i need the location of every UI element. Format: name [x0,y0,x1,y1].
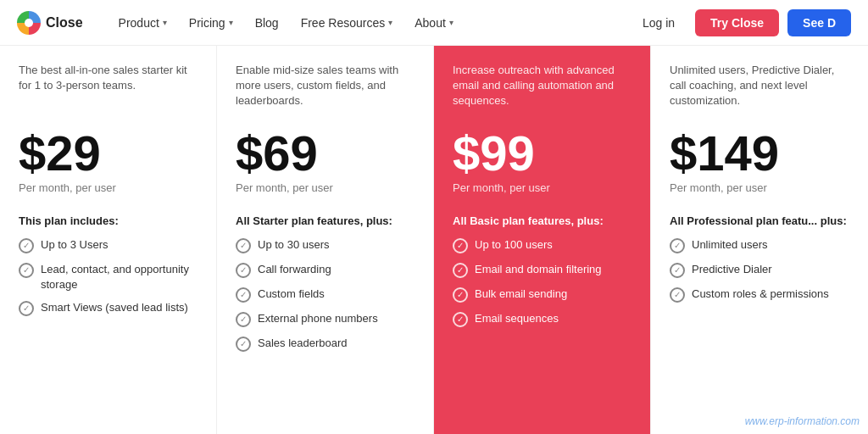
nav-free-resources-label: Free Resources [301,16,386,30]
check-icon: ✓ [453,287,468,303]
plan-description-starter: The best all-in-one sales starter kit fo… [19,63,198,114]
nav-item-pricing[interactable]: Pricing ▾ [179,11,243,35]
check-icon: ✓ [236,337,251,352]
list-item: ✓Custom fields [236,287,415,303]
check-icon: ✓ [453,263,468,278]
feature-text: External phone numbers [258,311,378,326]
try-button[interactable]: Try Close [695,9,779,36]
check-icon: ✓ [453,312,468,327]
list-item: ✓Email and domain filtering [453,262,632,278]
feature-text: Smart Views (saved lead lists) [41,300,188,315]
list-item: ✓External phone numbers [236,311,415,327]
plan-includes-label-starter: This plan includes: [19,214,198,227]
login-button[interactable]: Log in [631,10,687,36]
see-demo-button[interactable]: See D [787,9,851,36]
feature-text: Custom roles & permissions [692,287,829,302]
feature-list-professional: ✓Up to 100 users✓Email and domain filter… [453,237,632,327]
plan-col-basic: Enable mid-size sales teams with more us… [217,46,434,434]
feature-text: Predictive Dialer [692,262,772,277]
feature-text: Email and domain filtering [475,262,602,277]
check-icon: ✓ [670,238,685,253]
list-item: ✓Predictive Dialer [670,262,849,278]
watermark: www.erp-information.com [745,415,860,427]
check-icon: ✓ [236,263,251,278]
list-item: ✓Unlimited users [670,237,849,253]
check-icon: ✓ [19,238,34,253]
plan-price-basic: $69 [236,129,415,178]
nav-blog-label: Blog [255,16,279,30]
check-icon: ✓ [19,301,34,316]
plan-description-professional: Increase outreach with advanced email an… [453,63,632,114]
nav-item-product[interactable]: Product ▾ [108,11,177,35]
chevron-down-icon: ▾ [449,18,453,27]
list-item: ✓Up to 30 users [236,237,415,253]
feature-text: Custom fields [258,287,325,302]
plan-description-basic: Enable mid-size sales teams with more us… [236,63,415,114]
plan-includes-label-enterprise: All Professional plan featu... plus: [670,214,849,227]
list-item: ✓Lead, contact, and opportunity storage [19,262,198,292]
chevron-down-icon: ▾ [229,18,233,27]
list-item: ✓Email sequences [453,311,632,327]
nav-item-blog[interactable]: Blog [245,11,289,35]
list-item: ✓Custom roles & permissions [670,287,849,303]
plan-includes-label-basic: All Starter plan features, plus: [236,214,415,227]
feature-text: Up to 30 users [258,237,330,253]
feature-text: Sales leaderboard [258,336,348,351]
nav-pricing-label: Pricing [189,16,225,30]
feature-text: Up to 3 Users [41,237,108,253]
feature-list-basic: ✓Up to 30 users✓Call forwarding✓Custom f… [236,237,415,352]
nav-links: Product ▾ Pricing ▾ Blog Free Resources … [108,11,631,35]
feature-text: Lead, contact, and opportunity storage [41,262,198,292]
check-icon: ✓ [236,287,251,303]
plan-price-starter: $29 [19,129,198,178]
feature-list-enterprise: ✓Unlimited users✓Predictive Dialer✓Custo… [670,237,849,303]
list-item: ✓Bulk email sending [453,287,632,303]
plan-includes-label-professional: All Basic plan features, plus: [453,214,632,227]
nav-item-free-resources[interactable]: Free Resources ▾ [291,11,403,35]
feature-text: Call forwarding [258,262,331,277]
nav-about-label: About [415,16,446,30]
list-item: ✓Up to 100 users [453,237,632,253]
logo[interactable]: Close [17,11,83,35]
plan-period-professional: Per month, per user [453,181,632,194]
list-item: ✓Smart Views (saved lead lists) [19,300,198,316]
check-icon: ✓ [670,287,685,303]
check-icon: ✓ [670,263,685,278]
navigation: Close Product ▾ Pricing ▾ Blog Free Reso… [0,0,868,46]
list-item: ✓Call forwarding [236,262,415,278]
plan-period-enterprise: Per month, per user [670,181,849,194]
feature-text: Up to 100 users [475,237,553,253]
check-icon: ✓ [236,238,251,253]
feature-text: Unlimited users [692,237,768,253]
plan-price-professional: $99 [453,129,632,178]
nav-product-label: Product [119,16,159,30]
check-icon: ✓ [453,238,468,253]
check-icon: ✓ [236,312,251,327]
pricing-grid: The best all-in-one sales starter kit fo… [0,46,868,434]
logo-icon [17,11,41,35]
logo-text: Close [46,15,83,31]
plan-col-starter: The best all-in-one sales starter kit fo… [0,46,217,434]
plan-price-enterprise: $149 [670,129,849,178]
plan-col-enterprise: Unlimited users, Predictive Dialer, call… [651,46,868,434]
plan-period-starter: Per month, per user [19,181,198,194]
chevron-down-icon: ▾ [388,18,392,27]
plan-col-professional: Increase outreach with advanced email an… [434,46,651,434]
feature-text: Email sequences [475,311,559,326]
plan-period-basic: Per month, per user [236,181,415,194]
feature-text: Bulk email sending [475,287,567,302]
list-item: ✓Up to 3 Users [19,237,198,253]
chevron-down-icon: ▾ [163,18,167,27]
nav-actions: Log in Try Close See D [631,9,851,36]
plan-description-enterprise: Unlimited users, Predictive Dialer, call… [670,63,849,114]
check-icon: ✓ [19,263,34,278]
feature-list-starter: ✓Up to 3 Users✓Lead, contact, and opport… [19,237,198,316]
list-item: ✓Sales leaderboard [236,336,415,352]
nav-item-about[interactable]: About ▾ [404,11,464,35]
